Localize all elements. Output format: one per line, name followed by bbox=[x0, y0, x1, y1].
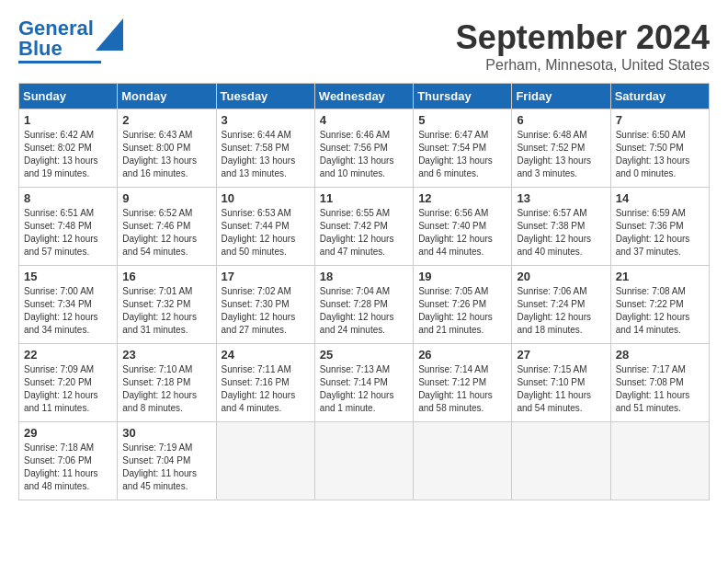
calendar-week-3: 15Sunrise: 7:00 AMSunset: 7:34 PMDayligh… bbox=[19, 266, 710, 344]
day-info: Sunrise: 7:11 AMSunset: 7:16 PMDaylight:… bbox=[222, 363, 310, 415]
logo-underline bbox=[18, 61, 101, 63]
day-number: 7 bbox=[616, 113, 704, 127]
calendar-cell: 26Sunrise: 7:14 AMSunset: 7:12 PMDayligh… bbox=[414, 344, 512, 422]
calendar-cell bbox=[610, 422, 709, 500]
calendar-cell bbox=[414, 422, 512, 500]
day-number: 21 bbox=[616, 270, 704, 283]
title-area: September 2024 Perham, Minnesota, United… bbox=[456, 18, 710, 74]
day-info: Sunrise: 6:44 AMSunset: 7:58 PMDaylight:… bbox=[222, 129, 310, 180]
weekday-header-friday: Friday bbox=[512, 84, 610, 109]
day-number: 17 bbox=[222, 270, 310, 283]
day-info: Sunrise: 7:04 AMSunset: 7:28 PMDaylight:… bbox=[320, 285, 408, 337]
day-info: Sunrise: 7:10 AMSunset: 7:18 PMDaylight:… bbox=[122, 363, 210, 415]
day-info: Sunrise: 7:02 AMSunset: 7:30 PMDaylight:… bbox=[222, 285, 310, 337]
day-info: Sunrise: 7:18 AMSunset: 7:06 PMDaylight:… bbox=[24, 442, 112, 493]
day-info: Sunrise: 6:47 AMSunset: 7:54 PMDaylight:… bbox=[418, 129, 506, 180]
calendar-cell: 30Sunrise: 7:19 AMSunset: 7:04 PMDayligh… bbox=[118, 422, 216, 500]
day-info: Sunrise: 7:05 AMSunset: 7:26 PMDaylight:… bbox=[418, 285, 506, 337]
calendar-cell: 14Sunrise: 6:59 AMSunset: 7:36 PMDayligh… bbox=[610, 188, 709, 266]
day-number: 24 bbox=[222, 348, 310, 362]
calendar-table: SundayMondayTuesdayWednesdayThursdayFrid… bbox=[18, 83, 710, 500]
calendar-cell: 3Sunrise: 6:44 AMSunset: 7:58 PMDaylight… bbox=[216, 109, 314, 188]
day-number: 19 bbox=[418, 270, 506, 283]
day-info: Sunrise: 6:53 AMSunset: 7:44 PMDaylight:… bbox=[222, 207, 310, 259]
calendar-cell: 22Sunrise: 7:09 AMSunset: 7:20 PMDayligh… bbox=[19, 344, 118, 422]
day-info: Sunrise: 7:13 AMSunset: 7:14 PMDaylight:… bbox=[320, 363, 408, 415]
calendar-cell bbox=[512, 422, 610, 500]
calendar-week-2: 8Sunrise: 6:51 AMSunset: 7:48 PMDaylight… bbox=[19, 188, 710, 266]
day-number: 22 bbox=[24, 348, 112, 362]
day-number: 9 bbox=[122, 191, 210, 205]
calendar-cell: 6Sunrise: 6:48 AMSunset: 7:52 PMDaylight… bbox=[512, 109, 610, 188]
day-info: Sunrise: 7:09 AMSunset: 7:20 PMDaylight:… bbox=[24, 363, 112, 415]
day-info: Sunrise: 7:08 AMSunset: 7:22 PMDaylight:… bbox=[616, 285, 704, 337]
day-number: 4 bbox=[320, 113, 408, 127]
weekday-header-row: SundayMondayTuesdayWednesdayThursdayFrid… bbox=[19, 84, 710, 109]
day-number: 16 bbox=[122, 270, 210, 283]
calendar-cell: 8Sunrise: 6:51 AMSunset: 7:48 PMDaylight… bbox=[19, 188, 118, 266]
calendar-cell: 9Sunrise: 6:52 AMSunset: 7:46 PMDaylight… bbox=[118, 188, 216, 266]
calendar-cell: 16Sunrise: 7:01 AMSunset: 7:32 PMDayligh… bbox=[118, 266, 216, 344]
day-info: Sunrise: 7:01 AMSunset: 7:32 PMDaylight:… bbox=[122, 285, 210, 337]
day-number: 6 bbox=[517, 113, 605, 127]
day-number: 2 bbox=[122, 113, 210, 127]
calendar-cell: 21Sunrise: 7:08 AMSunset: 7:22 PMDayligh… bbox=[610, 266, 709, 344]
day-info: Sunrise: 6:43 AMSunset: 8:00 PMDaylight:… bbox=[122, 129, 210, 180]
header: GeneralBlue September 2024 Perham, Minne… bbox=[18, 18, 710, 74]
day-number: 1 bbox=[24, 113, 112, 127]
calendar-cell: 2Sunrise: 6:43 AMSunset: 8:00 PMDaylight… bbox=[118, 109, 216, 188]
calendar-week-1: 1Sunrise: 6:42 AMSunset: 8:02 PMDaylight… bbox=[19, 109, 710, 188]
calendar-cell: 1Sunrise: 6:42 AMSunset: 8:02 PMDaylight… bbox=[19, 109, 118, 188]
calendar-cell: 27Sunrise: 7:15 AMSunset: 7:10 PMDayligh… bbox=[512, 344, 610, 422]
day-info: Sunrise: 6:48 AMSunset: 7:52 PMDaylight:… bbox=[517, 129, 605, 180]
day-info: Sunrise: 7:17 AMSunset: 7:08 PMDaylight:… bbox=[616, 363, 704, 415]
calendar-cell: 11Sunrise: 6:55 AMSunset: 7:42 PMDayligh… bbox=[314, 188, 413, 266]
weekday-header-sunday: Sunday bbox=[19, 84, 118, 109]
weekday-header-saturday: Saturday bbox=[610, 84, 709, 109]
day-number: 13 bbox=[517, 191, 605, 205]
day-number: 29 bbox=[24, 426, 112, 440]
day-number: 15 bbox=[24, 270, 112, 283]
day-number: 8 bbox=[24, 191, 112, 205]
calendar-cell bbox=[216, 422, 314, 500]
calendar-cell: 18Sunrise: 7:04 AMSunset: 7:28 PMDayligh… bbox=[314, 266, 413, 344]
day-info: Sunrise: 6:56 AMSunset: 7:40 PMDaylight:… bbox=[418, 207, 506, 259]
day-number: 5 bbox=[418, 113, 506, 127]
day-number: 10 bbox=[222, 191, 310, 205]
calendar-cell: 23Sunrise: 7:10 AMSunset: 7:18 PMDayligh… bbox=[118, 344, 216, 422]
calendar-cell: 28Sunrise: 7:17 AMSunset: 7:08 PMDayligh… bbox=[610, 344, 709, 422]
weekday-header-monday: Monday bbox=[118, 84, 216, 109]
logo-text: GeneralBlue bbox=[18, 18, 94, 59]
day-number: 12 bbox=[418, 191, 506, 205]
logo: GeneralBlue bbox=[18, 18, 123, 63]
calendar-cell: 4Sunrise: 6:46 AMSunset: 7:56 PMDaylight… bbox=[314, 109, 413, 188]
day-info: Sunrise: 7:06 AMSunset: 7:24 PMDaylight:… bbox=[517, 285, 605, 337]
day-info: Sunrise: 7:14 AMSunset: 7:12 PMDaylight:… bbox=[418, 363, 506, 415]
day-number: 30 bbox=[122, 426, 210, 440]
logo-icon bbox=[96, 18, 123, 51]
day-info: Sunrise: 6:50 AMSunset: 7:50 PMDaylight:… bbox=[616, 129, 704, 180]
day-number: 23 bbox=[122, 348, 210, 362]
weekday-header-thursday: Thursday bbox=[414, 84, 512, 109]
day-info: Sunrise: 6:55 AMSunset: 7:42 PMDaylight:… bbox=[320, 207, 408, 259]
weekday-header-tuesday: Tuesday bbox=[216, 84, 314, 109]
svg-marker-0 bbox=[96, 18, 123, 51]
calendar-cell: 19Sunrise: 7:05 AMSunset: 7:26 PMDayligh… bbox=[414, 266, 512, 344]
day-info: Sunrise: 6:57 AMSunset: 7:38 PMDaylight:… bbox=[517, 207, 605, 259]
calendar-cell: 17Sunrise: 7:02 AMSunset: 7:30 PMDayligh… bbox=[216, 266, 314, 344]
calendar-cell: 25Sunrise: 7:13 AMSunset: 7:14 PMDayligh… bbox=[314, 344, 413, 422]
calendar-week-5: 29Sunrise: 7:18 AMSunset: 7:06 PMDayligh… bbox=[19, 422, 710, 500]
location-title: Perham, Minnesota, United States bbox=[456, 57, 710, 74]
day-info: Sunrise: 6:59 AMSunset: 7:36 PMDaylight:… bbox=[616, 207, 704, 259]
calendar-cell: 10Sunrise: 6:53 AMSunset: 7:44 PMDayligh… bbox=[216, 188, 314, 266]
day-number: 28 bbox=[616, 348, 704, 362]
day-number: 27 bbox=[517, 348, 605, 362]
calendar-cell: 7Sunrise: 6:50 AMSunset: 7:50 PMDaylight… bbox=[610, 109, 709, 188]
month-title: September 2024 bbox=[456, 18, 710, 57]
day-number: 11 bbox=[320, 191, 408, 205]
day-info: Sunrise: 6:46 AMSunset: 7:56 PMDaylight:… bbox=[320, 129, 408, 180]
day-number: 26 bbox=[418, 348, 506, 362]
calendar-cell bbox=[314, 422, 413, 500]
day-info: Sunrise: 7:19 AMSunset: 7:04 PMDaylight:… bbox=[122, 442, 210, 493]
calendar-week-4: 22Sunrise: 7:09 AMSunset: 7:20 PMDayligh… bbox=[19, 344, 710, 422]
